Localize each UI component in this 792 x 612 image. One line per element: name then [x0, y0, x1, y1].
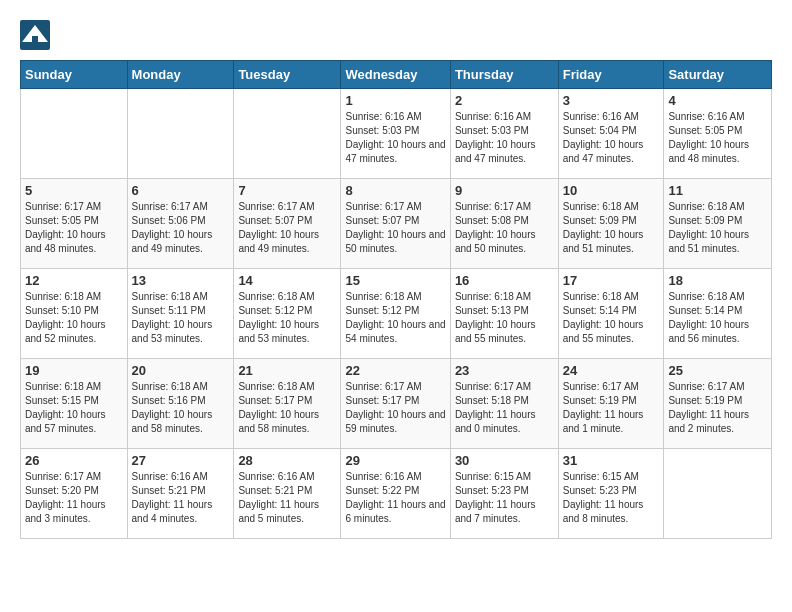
calendar-cell: 28Sunrise: 6:16 AM Sunset: 5:21 PM Dayli…: [234, 449, 341, 539]
calendar-cell: 18Sunrise: 6:18 AM Sunset: 5:14 PM Dayli…: [664, 269, 772, 359]
header-tuesday: Tuesday: [234, 61, 341, 89]
day-info: Sunrise: 6:17 AM Sunset: 5:19 PM Dayligh…: [563, 380, 660, 436]
calendar-cell: 3Sunrise: 6:16 AM Sunset: 5:04 PM Daylig…: [558, 89, 664, 179]
day-number: 18: [668, 273, 767, 288]
day-number: 23: [455, 363, 554, 378]
day-number: 26: [25, 453, 123, 468]
day-info: Sunrise: 6:16 AM Sunset: 5:22 PM Dayligh…: [345, 470, 445, 526]
day-number: 30: [455, 453, 554, 468]
page-header: [20, 20, 772, 50]
day-info: Sunrise: 6:18 AM Sunset: 5:09 PM Dayligh…: [668, 200, 767, 256]
calendar-cell: [21, 89, 128, 179]
day-info: Sunrise: 6:18 AM Sunset: 5:12 PM Dayligh…: [238, 290, 336, 346]
calendar-cell: 29Sunrise: 6:16 AM Sunset: 5:22 PM Dayli…: [341, 449, 450, 539]
calendar-cell: [127, 89, 234, 179]
header-row: Sunday Monday Tuesday Wednesday Thursday…: [21, 61, 772, 89]
calendar-cell: 31Sunrise: 6:15 AM Sunset: 5:23 PM Dayli…: [558, 449, 664, 539]
day-number: 13: [132, 273, 230, 288]
logo: [20, 20, 54, 50]
header-wednesday: Wednesday: [341, 61, 450, 89]
day-number: 22: [345, 363, 445, 378]
calendar-week-1: 1Sunrise: 6:16 AM Sunset: 5:03 PM Daylig…: [21, 89, 772, 179]
day-info: Sunrise: 6:18 AM Sunset: 5:16 PM Dayligh…: [132, 380, 230, 436]
day-number: 29: [345, 453, 445, 468]
calendar-cell: 1Sunrise: 6:16 AM Sunset: 5:03 PM Daylig…: [341, 89, 450, 179]
header-sunday: Sunday: [21, 61, 128, 89]
day-number: 27: [132, 453, 230, 468]
calendar-body: 1Sunrise: 6:16 AM Sunset: 5:03 PM Daylig…: [21, 89, 772, 539]
day-number: 1: [345, 93, 445, 108]
day-info: Sunrise: 6:17 AM Sunset: 5:08 PM Dayligh…: [455, 200, 554, 256]
calendar-cell: 22Sunrise: 6:17 AM Sunset: 5:17 PM Dayli…: [341, 359, 450, 449]
calendar-cell: 10Sunrise: 6:18 AM Sunset: 5:09 PM Dayli…: [558, 179, 664, 269]
day-info: Sunrise: 6:17 AM Sunset: 5:07 PM Dayligh…: [345, 200, 445, 256]
calendar-cell: 23Sunrise: 6:17 AM Sunset: 5:18 PM Dayli…: [450, 359, 558, 449]
calendar-cell: 4Sunrise: 6:16 AM Sunset: 5:05 PM Daylig…: [664, 89, 772, 179]
calendar-week-3: 12Sunrise: 6:18 AM Sunset: 5:10 PM Dayli…: [21, 269, 772, 359]
day-number: 16: [455, 273, 554, 288]
day-info: Sunrise: 6:17 AM Sunset: 5:06 PM Dayligh…: [132, 200, 230, 256]
calendar-week-4: 19Sunrise: 6:18 AM Sunset: 5:15 PM Dayli…: [21, 359, 772, 449]
calendar-cell: 20Sunrise: 6:18 AM Sunset: 5:16 PM Dayli…: [127, 359, 234, 449]
calendar-cell: 19Sunrise: 6:18 AM Sunset: 5:15 PM Dayli…: [21, 359, 128, 449]
day-info: Sunrise: 6:17 AM Sunset: 5:05 PM Dayligh…: [25, 200, 123, 256]
day-info: Sunrise: 6:18 AM Sunset: 5:13 PM Dayligh…: [455, 290, 554, 346]
calendar-cell: 9Sunrise: 6:17 AM Sunset: 5:08 PM Daylig…: [450, 179, 558, 269]
day-number: 9: [455, 183, 554, 198]
day-number: 7: [238, 183, 336, 198]
day-number: 24: [563, 363, 660, 378]
header-thursday: Thursday: [450, 61, 558, 89]
header-friday: Friday: [558, 61, 664, 89]
day-number: 12: [25, 273, 123, 288]
calendar-cell: 25Sunrise: 6:17 AM Sunset: 5:19 PM Dayli…: [664, 359, 772, 449]
calendar-cell: 21Sunrise: 6:18 AM Sunset: 5:17 PM Dayli…: [234, 359, 341, 449]
calendar-cell: 16Sunrise: 6:18 AM Sunset: 5:13 PM Dayli…: [450, 269, 558, 359]
day-number: 21: [238, 363, 336, 378]
calendar-cell: 8Sunrise: 6:17 AM Sunset: 5:07 PM Daylig…: [341, 179, 450, 269]
day-info: Sunrise: 6:17 AM Sunset: 5:20 PM Dayligh…: [25, 470, 123, 526]
calendar-cell: 24Sunrise: 6:17 AM Sunset: 5:19 PM Dayli…: [558, 359, 664, 449]
day-info: Sunrise: 6:17 AM Sunset: 5:18 PM Dayligh…: [455, 380, 554, 436]
calendar-header: Sunday Monday Tuesday Wednesday Thursday…: [21, 61, 772, 89]
day-info: Sunrise: 6:18 AM Sunset: 5:09 PM Dayligh…: [563, 200, 660, 256]
day-info: Sunrise: 6:17 AM Sunset: 5:07 PM Dayligh…: [238, 200, 336, 256]
day-number: 19: [25, 363, 123, 378]
day-info: Sunrise: 6:16 AM Sunset: 5:03 PM Dayligh…: [345, 110, 445, 166]
calendar-week-5: 26Sunrise: 6:17 AM Sunset: 5:20 PM Dayli…: [21, 449, 772, 539]
day-info: Sunrise: 6:16 AM Sunset: 5:03 PM Dayligh…: [455, 110, 554, 166]
calendar-cell: 13Sunrise: 6:18 AM Sunset: 5:11 PM Dayli…: [127, 269, 234, 359]
day-number: 5: [25, 183, 123, 198]
calendar-cell: 2Sunrise: 6:16 AM Sunset: 5:03 PM Daylig…: [450, 89, 558, 179]
calendar-cell: 27Sunrise: 6:16 AM Sunset: 5:21 PM Dayli…: [127, 449, 234, 539]
calendar-cell: 11Sunrise: 6:18 AM Sunset: 5:09 PM Dayli…: [664, 179, 772, 269]
day-number: 10: [563, 183, 660, 198]
day-number: 28: [238, 453, 336, 468]
calendar-cell: [234, 89, 341, 179]
day-info: Sunrise: 6:17 AM Sunset: 5:19 PM Dayligh…: [668, 380, 767, 436]
day-number: 20: [132, 363, 230, 378]
day-info: Sunrise: 6:16 AM Sunset: 5:21 PM Dayligh…: [132, 470, 230, 526]
day-number: 2: [455, 93, 554, 108]
day-number: 11: [668, 183, 767, 198]
calendar-cell: [664, 449, 772, 539]
day-number: 8: [345, 183, 445, 198]
calendar-cell: 26Sunrise: 6:17 AM Sunset: 5:20 PM Dayli…: [21, 449, 128, 539]
day-number: 17: [563, 273, 660, 288]
calendar-cell: 30Sunrise: 6:15 AM Sunset: 5:23 PM Dayli…: [450, 449, 558, 539]
day-number: 14: [238, 273, 336, 288]
day-number: 15: [345, 273, 445, 288]
day-info: Sunrise: 6:17 AM Sunset: 5:17 PM Dayligh…: [345, 380, 445, 436]
calendar-cell: 17Sunrise: 6:18 AM Sunset: 5:14 PM Dayli…: [558, 269, 664, 359]
day-info: Sunrise: 6:18 AM Sunset: 5:10 PM Dayligh…: [25, 290, 123, 346]
calendar-cell: 15Sunrise: 6:18 AM Sunset: 5:12 PM Dayli…: [341, 269, 450, 359]
logo-icon: [20, 20, 50, 50]
day-info: Sunrise: 6:15 AM Sunset: 5:23 PM Dayligh…: [563, 470, 660, 526]
day-info: Sunrise: 6:16 AM Sunset: 5:21 PM Dayligh…: [238, 470, 336, 526]
day-number: 25: [668, 363, 767, 378]
calendar-cell: 14Sunrise: 6:18 AM Sunset: 5:12 PM Dayli…: [234, 269, 341, 359]
day-info: Sunrise: 6:18 AM Sunset: 5:17 PM Dayligh…: [238, 380, 336, 436]
day-number: 4: [668, 93, 767, 108]
svg-rect-2: [32, 36, 38, 45]
calendar-table: Sunday Monday Tuesday Wednesday Thursday…: [20, 60, 772, 539]
header-saturday: Saturday: [664, 61, 772, 89]
